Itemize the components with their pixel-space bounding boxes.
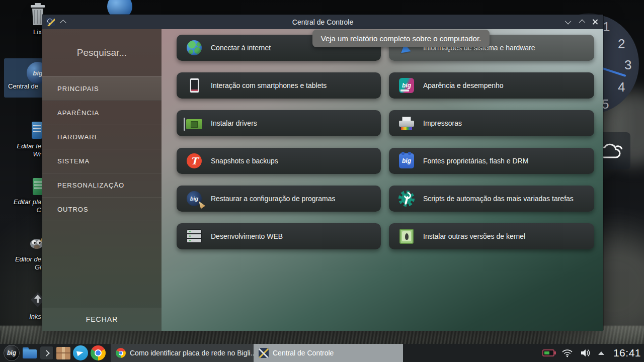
gimp-desktop-label: Editor de Gi xyxy=(0,255,41,272)
server-stack-icon xyxy=(186,228,203,245)
timeshift-icon: T xyxy=(186,152,203,169)
clock-number: 3 xyxy=(624,57,631,73)
biglinux-color-icon: big xyxy=(398,77,415,94)
biglinux-blue-icon: big xyxy=(398,152,415,169)
button-instalar-drivers[interactable]: Instalar drivers xyxy=(177,110,381,136)
writer-document-icon xyxy=(33,125,41,134)
writer-desktop-label: Editar te Wr xyxy=(0,142,41,158)
button-instalar-kernel[interactable]: Instalar outras versões de kernel xyxy=(389,223,594,249)
sidebar-item-principais[interactable]: PRINCIPAIS xyxy=(42,76,162,101)
file-manager-icon xyxy=(22,345,37,360)
sidebar-item-hardware[interactable]: HARDWARE xyxy=(42,125,162,149)
chrome-icon xyxy=(116,348,126,358)
task-label: Como identificar placa de rede no Bigli.… xyxy=(130,349,254,357)
close-button[interactable] xyxy=(592,19,598,25)
taskbar-clock[interactable]: 16:41 xyxy=(613,347,641,359)
smartphone-icon xyxy=(186,77,203,94)
telegram-icon xyxy=(73,345,88,360)
button-fontes-flash-drm[interactable]: big Fontes proprietárias, flash e DRM xyxy=(389,148,594,174)
system-tray: 16:41 xyxy=(542,347,644,359)
button-desenvolvimento-web[interactable]: Desenvolvimento WEB xyxy=(177,223,381,249)
package-box-icon xyxy=(56,347,70,359)
globe-icon xyxy=(186,39,203,56)
kernel-package-icon xyxy=(398,228,415,245)
control-center-window: Central de Controle PRINCIPAIS APARÊNCIA… xyxy=(42,14,604,330)
search-input[interactable] xyxy=(54,47,150,58)
file-manager-launcher[interactable] xyxy=(22,345,37,360)
taskbar-task-control-center[interactable]: Central de Controle xyxy=(254,344,403,362)
clock-number: 2 xyxy=(618,36,625,52)
tooltip: Veja um relatório completo sobre o compu… xyxy=(312,30,490,47)
button-scripts-automacao[interactable]: Scripts de automação das mais variadas t… xyxy=(389,186,594,212)
sidebar: PRINCIPAIS APARÊNCIA HARDWARE SISTEMA PE… xyxy=(42,29,162,331)
gpu-card-icon xyxy=(186,115,203,132)
taskbar: big Como identificar placa de rede no Bi… xyxy=(0,344,644,362)
task-label: Central de Controle xyxy=(273,349,334,357)
maximize-button[interactable] xyxy=(579,20,586,26)
button-aparencia-desempenho[interactable]: big Aparência e desempenho xyxy=(389,72,594,99)
printer-icon xyxy=(398,115,415,132)
clock-number: 4 xyxy=(618,79,625,95)
package-manager-launcher[interactable] xyxy=(56,347,70,359)
button-restaurar-configuracao[interactable]: big Restaurar a configuração de programa… xyxy=(177,186,381,212)
category-menu: PRINCIPAIS APARÊNCIA HARDWARE SISTEMA PE… xyxy=(42,76,162,221)
terminal-icon xyxy=(40,346,54,360)
sidebar-item-aparencia[interactable]: APARÊNCIA xyxy=(42,101,162,125)
battery-icon[interactable] xyxy=(542,349,554,356)
biglinux-menu-button[interactable]: big xyxy=(3,345,20,361)
wifi-icon[interactable] xyxy=(561,348,573,357)
calc-desktop-label: Editar pla C xyxy=(0,198,41,214)
inkscape-desktop-label: Inks xyxy=(0,313,41,321)
button-snapshots-backups[interactable]: T Snapshots e backups xyxy=(177,148,381,174)
chrome-launcher[interactable] xyxy=(91,345,106,360)
main-content: Conectar à internet Interação com smartp… xyxy=(162,29,603,331)
writer-desktop-icon[interactable] xyxy=(32,122,42,139)
calc-spreadsheet-icon xyxy=(34,182,42,191)
sidebar-item-outros[interactable]: OUTROS xyxy=(42,197,162,221)
biglinux-menu-icon: big xyxy=(4,345,20,361)
clock-number: 1 xyxy=(603,19,610,35)
control-center-icon xyxy=(259,348,269,358)
terminal-launcher[interactable] xyxy=(40,346,54,360)
gear-wrench-icon xyxy=(398,190,415,207)
volume-icon[interactable] xyxy=(580,349,591,357)
button-smartphones-tablets[interactable]: Interação com smartphones e tablets xyxy=(177,72,381,99)
sidebar-item-personalizacao[interactable]: PERSONALIZAÇÃO xyxy=(42,173,162,197)
biglinux-broom-icon: big xyxy=(186,190,203,207)
telegram-launcher[interactable] xyxy=(73,345,88,360)
expand-tray-icon[interactable] xyxy=(598,351,604,355)
button-impressoras[interactable]: Impressoras xyxy=(389,110,594,136)
titlebar[interactable]: Central de Controle xyxy=(42,15,603,29)
taskbar-task-chrome[interactable]: Como identificar placa de rede no Bigli.… xyxy=(111,344,254,362)
sidebar-item-sistema[interactable]: SISTEMA xyxy=(42,149,162,173)
chrome-icon xyxy=(91,345,106,360)
window-title: Central de Controle xyxy=(42,18,603,26)
fechar-button[interactable]: FECHAR xyxy=(42,308,162,331)
